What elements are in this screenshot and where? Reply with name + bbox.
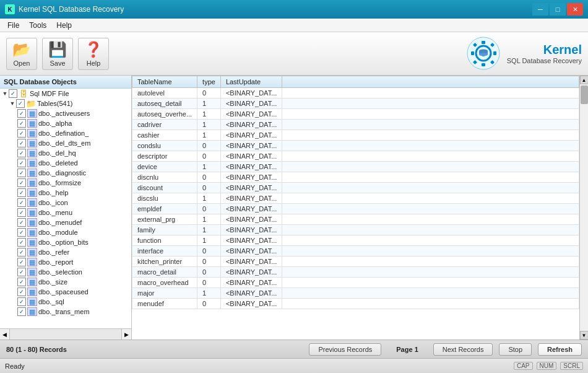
table-row[interactable]: autoseq_overhe...1<BINARY_DAT... [132, 109, 579, 120]
tree-item-activeusers[interactable]: ▦ dbo._activeusers [0, 108, 131, 118]
check-activeusers[interactable] [17, 109, 26, 118]
refresh-button[interactable]: Refresh [538, 343, 582, 356]
menu-file[interactable]: File [2, 20, 24, 31]
check-help[interactable] [17, 188, 26, 197]
table-row[interactable]: kitchen_printer0<BINARY_DAT... [132, 257, 579, 267]
previous-records-button[interactable]: Previous Records [309, 343, 381, 356]
check-del-hq[interactable] [17, 149, 26, 157]
sidebar-scroll-right[interactable]: ▶ [121, 329, 131, 340]
tree-item-menu[interactable]: ▦ dbo._menu [0, 208, 131, 217]
check-icon[interactable] [17, 198, 26, 207]
tree-item-deleted[interactable]: ▦ dbo._deleted [0, 158, 131, 168]
table-row[interactable]: menudef0<BINARY_DAT... [132, 299, 579, 309]
table-row[interactable]: macro_detail0<BINARY_DAT... [132, 267, 579, 278]
table-row[interactable]: cadriver1<BINARY_DAT... [132, 120, 579, 130]
scroll-thumb[interactable] [581, 86, 588, 104]
tree-item-sql[interactable]: ▦ dbo._sql [0, 297, 131, 307]
col-tablename[interactable]: TableName [132, 76, 197, 88]
check-alpha[interactable] [17, 119, 26, 128]
col-lastupdate[interactable]: LastUpdate [220, 76, 282, 88]
check-selection[interactable] [17, 268, 26, 276]
table-row[interactable]: major1<BINARY_DAT... [132, 288, 579, 299]
check-menudef[interactable] [17, 218, 26, 227]
table-row[interactable]: descriptor0<BINARY_DAT... [132, 151, 579, 162]
scroll-down-arrow[interactable]: ▼ [580, 331, 589, 340]
table-row[interactable]: cashier1<BINARY_DAT... [132, 130, 579, 141]
col-type[interactable]: type [197, 76, 221, 88]
tree-item-defination[interactable]: ▦ dbo._defination_ [0, 128, 131, 138]
check-refer[interactable] [17, 248, 26, 257]
check-size[interactable] [17, 278, 26, 286]
next-records-button[interactable]: Next Records [433, 343, 493, 356]
table-row[interactable]: family1<BINARY_DAT... [132, 225, 579, 235]
open-button[interactable]: 📂 Open [6, 38, 37, 70]
table-container[interactable]: TableName type LastUpdate autolevel0<BIN… [132, 76, 579, 340]
menu-tools[interactable]: Tools [24, 20, 51, 31]
save-icon: 💾 [48, 41, 67, 58]
tree-item-refer[interactable]: ▦ dbo._refer [0, 247, 131, 257]
tree-expand-tables[interactable]: ▼ [9, 100, 16, 107]
check-sql[interactable] [17, 297, 26, 306]
check-report[interactable] [17, 258, 26, 266]
tree-item-spaceused[interactable]: ▦ dbo._spaceused [0, 287, 131, 297]
tree-item-report[interactable]: ▦ dbo._report [0, 257, 131, 267]
cell-type: 0 [197, 278, 221, 288]
cell-tablename: external_prg [132, 214, 197, 225]
table-row[interactable]: device1<BINARY_DAT... [132, 162, 579, 172]
check-menu[interactable] [17, 208, 26, 217]
check-option-bits[interactable] [17, 238, 26, 247]
minimize-button[interactable]: ─ [532, 3, 548, 15]
check-diagnostic[interactable] [17, 169, 26, 177]
table-row[interactable]: empldef0<BINARY_DAT... [132, 204, 579, 214]
tree-item-size[interactable]: ▦ dbo._size [0, 277, 131, 287]
table-row[interactable]: condslu0<BINARY_DAT... [132, 141, 579, 151]
tree-item-help[interactable]: ▦ dbo._help [0, 188, 131, 198]
tree-item-icon[interactable]: ▦ dbo._icon [0, 198, 131, 208]
save-button[interactable]: 💾 Save [42, 38, 73, 70]
tree-item-module[interactable]: ▦ dbo._module [0, 227, 131, 237]
table-icon: ▦ [27, 159, 37, 167]
stop-button[interactable]: Stop [499, 343, 532, 356]
check-trans-mem[interactable] [17, 307, 26, 316]
tree-item-alpha[interactable]: ▦ dbo._alpha [0, 118, 131, 128]
table-row[interactable]: macro_overhead0<BINARY_DAT... [132, 278, 579, 288]
tree-tables[interactable]: ▼ 📁 Tables(541) [0, 99, 131, 108]
table-row[interactable]: interface0<BINARY_DAT... [132, 246, 579, 257]
table-row[interactable]: autolevel0<BINARY_DAT... [132, 88, 579, 99]
tree-check-root[interactable] [9, 89, 17, 98]
cell-tablename: device [132, 162, 197, 172]
close-button[interactable]: ✕ [567, 3, 583, 15]
tree-item-del-dts[interactable]: ▦ dbo._del_dts_em [0, 138, 131, 148]
tree-item-formsize[interactable]: ▦ dbo._formsize [0, 178, 131, 188]
check-deleted[interactable] [17, 159, 26, 167]
check-spaceused[interactable] [17, 287, 26, 296]
check-module[interactable] [17, 228, 26, 237]
check-defination[interactable] [17, 129, 26, 138]
tree-item-diagnostic[interactable]: ▦ dbo._diagnostic [0, 168, 131, 178]
cell-type: 1 [197, 109, 221, 120]
tree-item-trans-mem[interactable]: ▦ dbo._trans_mem [0, 307, 131, 317]
tree-item-selection[interactable]: ▦ dbo._selection [0, 267, 131, 277]
check-del-dts[interactable] [17, 139, 26, 147]
scroll-up-arrow[interactable]: ▲ [580, 76, 589, 84]
tree-root[interactable]: ▼ 🗄 Sql MDF File [0, 89, 131, 99]
tree-check-tables[interactable] [16, 99, 25, 108]
table-row[interactable]: function1<BINARY_DAT... [132, 235, 579, 246]
check-formsize[interactable] [17, 178, 26, 187]
table-row[interactable]: autoseq_detail1<BINARY_DAT... [132, 99, 579, 109]
table-row[interactable]: discslu1<BINARY_DAT... [132, 193, 579, 204]
menu-help[interactable]: Help [51, 20, 77, 31]
cell-extra [282, 235, 579, 246]
tree-expand-root[interactable]: ▼ [1, 90, 9, 97]
maximize-button[interactable]: □ [550, 3, 566, 15]
table-row[interactable]: discount0<BINARY_DAT... [132, 183, 579, 193]
sidebar-scroll-left[interactable]: ◀ [0, 329, 10, 340]
tree-item-option-bits[interactable]: ▦ dbo._option_bits [0, 237, 131, 247]
tree-item-menudef[interactable]: ▦ dbo._menudef [0, 217, 131, 227]
sidebar-content[interactable]: ▼ 🗄 Sql MDF File ▼ 📁 Tables(541) ▦ dbo. [0, 89, 131, 328]
table-row[interactable]: external_prg1<BINARY_DAT... [132, 214, 579, 225]
table-row[interactable]: discnlu0<BINARY_DAT... [132, 172, 579, 183]
help-button[interactable]: ❓ Help [78, 38, 109, 70]
tree-item-del-hq[interactable]: ▦ dbo._del_hq [0, 148, 131, 158]
cell-tablename: descriptor [132, 151, 197, 162]
